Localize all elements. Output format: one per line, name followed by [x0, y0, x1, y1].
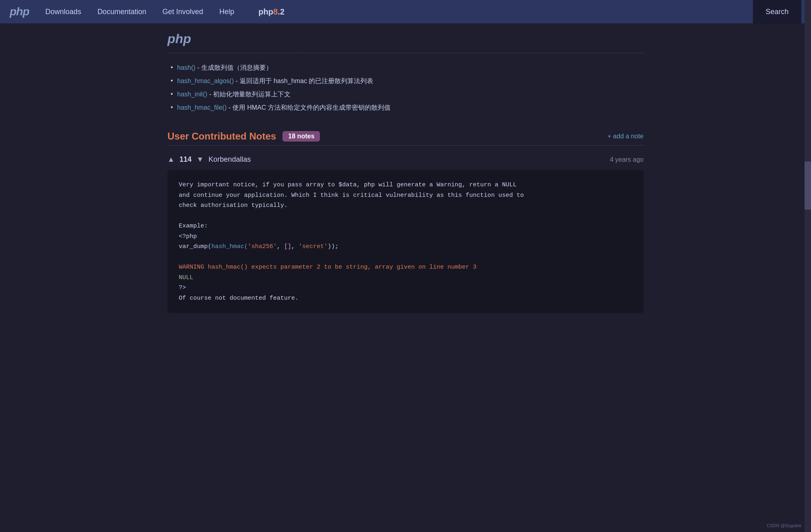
- code-php-close: ?>: [179, 284, 186, 291]
- vote-down-icon[interactable]: ▼: [196, 155, 204, 164]
- list-item: hash_hmac_algos() - 返回适用于 hash_hmac 的已注册…: [167, 75, 644, 88]
- code-warning-line: WARNING hash_hmac() expects parameter 2 …: [179, 264, 477, 271]
- code-note-line: Of course not documented feature.: [179, 295, 299, 302]
- note-entry: ▲ 114 ▼ Korbendallas 4 years ago Very im…: [167, 155, 644, 313]
- nav-help[interactable]: Help: [219, 8, 234, 16]
- php-logo: php: [10, 5, 29, 18]
- hash-hmac-algos-desc: - 返回适用于 hash_hmac 的已注册散列算法列表: [234, 77, 374, 84]
- notes-title: User Contributed Notes: [167, 131, 276, 142]
- code-php-open: <?php: [179, 233, 197, 240]
- nav-links: Downloads Documentation Get Involved Hel…: [45, 7, 753, 17]
- code-comma1: ,: [277, 243, 284, 250]
- hash-init-desc: - 初始化增量散列运算上下文: [207, 91, 291, 98]
- code-array-literal: []: [284, 243, 291, 250]
- code-hash-hmac: hash_hmac(: [211, 243, 248, 250]
- hash-link[interactable]: hash(): [177, 64, 195, 71]
- scrollbar[interactable]: [805, 0, 811, 532]
- code-line-1: Very important notice, if you pass array…: [179, 182, 524, 229]
- code-block: Very important notice, if you pass array…: [167, 170, 644, 313]
- vote-count: 114: [180, 155, 192, 164]
- list-item: hash() - 生成散列值（消息摘要）: [167, 61, 644, 75]
- hash-init-link[interactable]: hash_init(): [177, 91, 207, 98]
- watermark: CSDN @Sugobei: [767, 523, 801, 528]
- main-nav: php Downloads Documentation Get Involved…: [0, 0, 811, 23]
- note-author: Korbendallas: [209, 155, 251, 164]
- code-sha256-string: 'sha256': [248, 243, 277, 250]
- code-var-dump-prefix: var_dump(: [179, 243, 211, 250]
- nav-php-version: php8.2: [259, 7, 284, 17]
- search-button[interactable]: Search: [753, 0, 801, 23]
- code-comma2: ,: [291, 243, 299, 250]
- main-content: php hash() - 生成散列值（消息摘要） hash_hmac_algos…: [151, 23, 660, 341]
- list-item: hash_hmac_file() - 使用 HMAC 方法和给定文件的内容生成带…: [167, 101, 644, 115]
- hash-desc: - 生成散列值（消息摘要）: [195, 64, 272, 71]
- nav-get-involved[interactable]: Get Involved: [162, 8, 203, 16]
- hash-hmac-file-link[interactable]: hash_hmac_file(): [177, 104, 227, 111]
- code-close-paren: ));: [328, 243, 339, 250]
- code-null-line: NULL: [179, 274, 193, 281]
- nav-downloads[interactable]: Downloads: [45, 8, 81, 16]
- top-divider: [167, 53, 644, 53]
- notes-divider: [167, 145, 644, 146]
- scrollbar-thumb[interactable]: [805, 161, 811, 210]
- list-item: hash_init() - 初始化增量散列运算上下文: [167, 88, 644, 101]
- note-time: 4 years ago: [610, 156, 644, 163]
- note-meta: ▲ 114 ▼ Korbendallas 4 years ago: [167, 155, 644, 164]
- hash-hmac-file-desc: - 使用 HMAC 方法和给定文件的内容生成带密钥的散列值: [227, 104, 391, 111]
- hash-hmac-algos-link[interactable]: hash_hmac_algos(): [177, 77, 234, 84]
- code-secret-string: 'secret': [299, 243, 328, 250]
- nav-documentation[interactable]: Documentation: [97, 8, 146, 16]
- notes-badge: 18 notes: [282, 131, 320, 142]
- page-logo-top: php: [167, 31, 644, 46]
- see-also-list: hash() - 生成散列值（消息摘要） hash_hmac_algos() -…: [167, 61, 644, 115]
- vote-up-icon[interactable]: ▲: [167, 155, 175, 164]
- add-note-link[interactable]: + add a note: [608, 133, 644, 140]
- notes-header: User Contributed Notes 18 notes + add a …: [167, 131, 644, 142]
